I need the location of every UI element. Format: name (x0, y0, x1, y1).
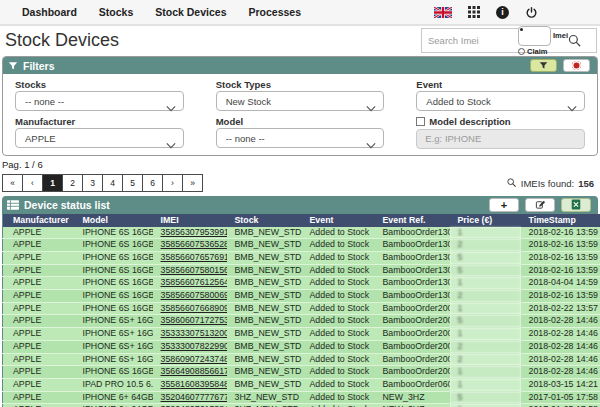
cell: BMB_NEW_STD (227, 378, 302, 391)
imei-link[interactable]: 352046077776778 (161, 392, 227, 402)
page-button-›[interactable]: › (162, 174, 183, 192)
imei-cell: 352046077776778 (153, 391, 227, 404)
apply-filters-button[interactable] (530, 59, 557, 72)
filter-model: Model -- none -- (216, 115, 385, 149)
search-imei-input[interactable] (422, 30, 518, 51)
page-button-1[interactable]: 1 (42, 174, 63, 192)
cell: IPAD PRO 10.5 6... (75, 378, 153, 391)
page-button-5[interactable]: 5 (122, 174, 143, 192)
uk-flag-icon[interactable] (434, 7, 452, 18)
cell: IPHONE 6S 16GB (75, 302, 153, 315)
info-icon[interactable]: i (496, 6, 509, 19)
imei-link[interactable]: 358609072437482 (161, 354, 227, 364)
cell: 2018-02-28 14:46 (521, 328, 600, 341)
cell: APPLE (3, 277, 75, 290)
search-icon[interactable] (560, 33, 588, 48)
list-icon (7, 196, 19, 214)
cell: IPHONE 6S 16GB (75, 239, 153, 252)
imei-link[interactable]: 358566075801561 (161, 265, 227, 275)
imei-cell: 358566075801561 (153, 264, 227, 277)
search-icon (506, 177, 517, 190)
imei-link[interactable]: 355816083958488 (161, 379, 227, 389)
table-row: APPLEIPHONE 6S+ 16GB353333075132009BMB_N… (3, 328, 600, 341)
imei-link[interactable]: 358566076576915 (161, 252, 227, 262)
radio-icon (518, 26, 551, 46)
table-header-row: ManufacturerModelIMEIStockEventEvent Ref… (3, 214, 600, 227)
cell: 2018-02-28 14:46 (521, 366, 600, 379)
cell: Added to Stock (302, 328, 375, 341)
cell: APPLE (3, 302, 75, 315)
imei-link[interactable]: 358566075365286 (161, 239, 227, 249)
nav-item-dashboard[interactable]: Dashboard (22, 6, 77, 18)
page-button-4[interactable]: 4 (102, 174, 123, 192)
page-button-«[interactable]: « (2, 174, 23, 192)
radio-icon (518, 48, 525, 55)
cell: 2018-02-16 13:59 (521, 290, 600, 303)
search-mode-imei[interactable]: Imei (518, 26, 560, 46)
cell: 2018-02-28 14:46 (521, 353, 600, 366)
cell: 1 (450, 378, 521, 391)
page-button-‹[interactable]: ‹ (22, 174, 43, 192)
cell: Added to Stock (302, 277, 375, 290)
cell: BambooOrder130... (375, 227, 450, 239)
event-select[interactable]: Added to Stock (416, 91, 585, 111)
cell: BambooOrder130... (375, 290, 450, 303)
search-mode-claim[interactable]: Claim (518, 47, 560, 56)
column-header-event: Event (302, 214, 375, 227)
cell: APPLE (3, 353, 75, 366)
filter-stocks-label: Stocks (15, 78, 184, 91)
chevron-down-icon (366, 98, 376, 116)
filter-stocks: Stocks -- none -- (15, 78, 184, 111)
column-header-manufacturer: Manufacturer (3, 214, 75, 227)
cell: BMB_NEW_STD (227, 340, 302, 353)
imei-link[interactable]: 356649088566173 (161, 366, 227, 376)
imei-link[interactable]: 358606071727533 (161, 315, 227, 325)
export-excel-button[interactable] (561, 198, 591, 212)
device-status-header: Device status list + (2, 196, 598, 214)
clear-filters-button[interactable] (563, 59, 590, 72)
imei-link[interactable]: 358566076125648 (161, 277, 227, 287)
imei-cell: 358563079539917 (153, 227, 227, 239)
cell: Added to Stock (302, 340, 375, 353)
imei-link[interactable]: 353330078229907 (161, 341, 227, 351)
stocks-select[interactable]: -- none -- (15, 91, 184, 111)
cell: 2018-02-22 13:57 (521, 302, 600, 315)
filter-model-description: Model description (416, 115, 585, 149)
model-description-checkbox[interactable] (416, 117, 425, 126)
cell: APPLE (3, 366, 75, 379)
imei-link[interactable]: 358563079539917 (161, 227, 227, 237)
manufacturer-select[interactable]: APPLE (15, 128, 184, 148)
table-row: APPLEIPHONE 6S+ 16GB358609072437482BMB_N… (3, 353, 600, 366)
apps-grid-icon[interactable] (468, 6, 480, 18)
cell: BMB_NEW_STD (227, 290, 302, 303)
cell: Added to Stock (302, 290, 375, 303)
nav-item-stock-devices[interactable]: Stock Devices (155, 6, 226, 18)
cell: Added to Stock (302, 315, 375, 328)
nav-item-stocks[interactable]: Stocks (99, 6, 133, 18)
model-select[interactable]: -- none -- (216, 128, 385, 148)
imei-cell: 358609072437482 (153, 353, 227, 366)
cell: 2018-03-15 14:21 (521, 378, 600, 391)
radio-label: Claim (527, 47, 547, 56)
page-button-3[interactable]: 3 (82, 174, 103, 192)
imei-link[interactable]: 358566075800696 (161, 290, 227, 300)
imei-link[interactable]: 353333075132009 (161, 328, 227, 338)
cell: IPHONE 6S 16GB (75, 290, 153, 303)
search-box: ImeiClaim (421, 28, 597, 53)
model-description-input[interactable] (416, 129, 585, 149)
add-device-button[interactable]: + (489, 198, 519, 212)
page-button-»[interactable]: » (182, 174, 203, 192)
cell: BambooOrder200... (375, 315, 450, 328)
imei-link[interactable]: 358566076689098 (161, 303, 227, 313)
imeis-found-label: IMEIs found: (521, 178, 574, 189)
filter-model-description-label: Model description (429, 115, 510, 128)
power-icon[interactable] (525, 6, 538, 19)
cell: BMB_NEW_STD (227, 227, 302, 239)
page-button-6[interactable]: 6 (142, 174, 163, 192)
nav-item-processes[interactable]: Processes (249, 6, 302, 18)
stock-types-select[interactable]: New Stock (216, 91, 385, 111)
edit-device-button[interactable] (525, 198, 555, 212)
cell: BMB_NEW_STD (227, 328, 302, 341)
cell: BMB_NEW_STD (227, 353, 302, 366)
page-button-2[interactable]: 2 (62, 174, 83, 192)
